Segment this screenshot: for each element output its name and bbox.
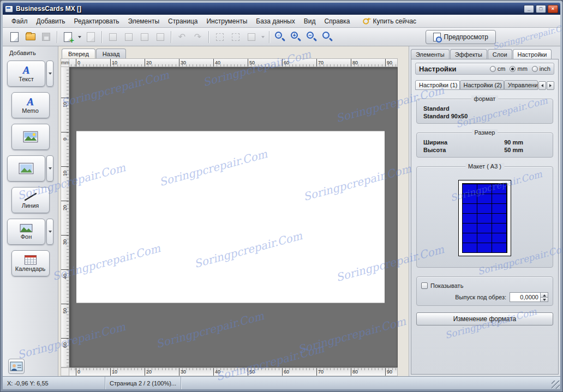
- unit-label-mm[interactable]: mm: [517, 65, 527, 72]
- add-line-button[interactable]: Линия: [11, 187, 50, 213]
- ruler-tick: 10: [61, 98, 69, 132]
- toolbar-separator: [208, 31, 209, 43]
- card-preview-button[interactable]: [8, 359, 25, 374]
- align-button[interactable]: [244, 29, 259, 44]
- select-mode-button[interactable]: [212, 29, 227, 44]
- change-format-button[interactable]: Изменение формата: [416, 312, 553, 325]
- tab-front[interactable]: Вперед: [62, 49, 95, 58]
- ruler-tick: 20: [145, 59, 179, 67]
- close-button[interactable]: ×: [548, 5, 558, 13]
- bleed-spinbox: 0,0000: [510, 292, 548, 302]
- preview-button-label: Предпросмотр: [444, 33, 488, 41]
- settings-title: Настройки: [419, 65, 486, 73]
- tab-layers[interactable]: Слои: [488, 49, 512, 59]
- right-panel: Элементы Эффекты Слои Настройки Настройк…: [409, 46, 560, 376]
- subtab-settings-1[interactable]: Настройки (1): [415, 80, 460, 90]
- unit-label-inch[interactable]: inch: [540, 65, 550, 72]
- subtab-scroll-left-button[interactable]: [538, 81, 546, 90]
- left-panel-title: Добавить: [9, 50, 36, 56]
- resize-grip[interactable]: [552, 381, 560, 389]
- format-name: Standard: [421, 105, 548, 112]
- align-dropdown[interactable]: [260, 29, 266, 44]
- add-text-button[interactable]: A Текст: [7, 61, 45, 87]
- menu-item[interactable]: Инструменты: [202, 16, 251, 27]
- toolbar-separator: [101, 31, 102, 43]
- cursor-coordinates: X: -0,96 Y: 6,55: [3, 377, 105, 389]
- layout-group-title: Макет ( A3 ): [465, 163, 504, 170]
- menu-item[interactable]: База данных: [251, 16, 299, 27]
- minimize-button[interactable]: _: [524, 5, 534, 13]
- add-object-button[interactable]: [61, 29, 75, 44]
- subtab-settings-2[interactable]: Настройки (2): [460, 80, 505, 90]
- menu-item[interactable]: Добавить: [32, 16, 70, 27]
- maximize-button[interactable]: □: [536, 5, 546, 13]
- menu-item[interactable]: Элементы: [123, 16, 164, 27]
- tab-settings[interactable]: Настройки: [513, 49, 552, 59]
- layout-group: Макет ( A3 ): [416, 166, 553, 268]
- copy-button[interactable]: [105, 29, 120, 44]
- preview-button[interactable]: Предпросмотр: [426, 30, 496, 44]
- bleed-spin-down-button[interactable]: [540, 298, 548, 303]
- height-value: 50 mm: [504, 147, 523, 153]
- ruler-tick: 50: [248, 59, 282, 67]
- unit-radio-inch[interactable]: [532, 66, 538, 72]
- add-image-button[interactable]: [11, 124, 50, 150]
- subtab-scroll-right-button[interactable]: [547, 81, 554, 90]
- ruler-tick: 30: [179, 59, 213, 67]
- add-text-label: Текст: [19, 76, 34, 82]
- add-picture-button[interactable]: [7, 155, 45, 182]
- menu-item[interactable]: Справка: [320, 16, 354, 27]
- save-button[interactable]: [39, 29, 53, 44]
- add-calendar-button[interactable]: Календарь: [11, 250, 50, 276]
- bleed-value-input[interactable]: 0,0000: [510, 292, 540, 302]
- toolbar: ↶ ↷ ▫ + − Предпросмотр: [3, 28, 560, 46]
- unit-radio-mm[interactable]: [510, 66, 516, 72]
- tab-elements[interactable]: Элементы: [411, 49, 450, 59]
- card-canvas[interactable]: [76, 131, 385, 303]
- zoom-in-button[interactable]: +: [289, 29, 303, 44]
- undo-button[interactable]: ↶: [175, 29, 189, 44]
- image-icon: [23, 131, 38, 143]
- tab-back[interactable]: Назад: [96, 49, 127, 58]
- menu-item[interactable]: Файл: [7, 16, 32, 27]
- ruler-tick: 30: [61, 235, 69, 269]
- new-document-button[interactable]: [7, 29, 22, 44]
- ruler-tick: 80: [351, 59, 385, 67]
- buy-now-menu-item[interactable]: Купить сейчас: [370, 16, 421, 27]
- zoom-actual-button[interactable]: [320, 29, 335, 44]
- tab-effects[interactable]: Эффекты: [450, 49, 487, 59]
- size-group-title: Размер: [472, 129, 498, 136]
- add-background-dropdown[interactable]: [46, 219, 53, 245]
- add-memo-label: Memo: [22, 107, 39, 114]
- duplicate-button[interactable]: [83, 29, 98, 44]
- zoom-out-button[interactable]: −: [304, 29, 319, 44]
- add-text-dropdown[interactable]: [46, 61, 53, 87]
- menu-item[interactable]: Вид: [300, 16, 320, 27]
- ruler-tick: 70: [316, 368, 351, 376]
- align-icon: [248, 33, 255, 41]
- page-status: Страница 2 / 2 (100%)...: [105, 377, 181, 389]
- clone-button[interactable]: [137, 29, 152, 44]
- delete-button[interactable]: [153, 29, 167, 44]
- add-memo-button[interactable]: A Memo: [11, 92, 50, 118]
- unit-radio-cm[interactable]: [490, 66, 496, 72]
- zoom-fit-button[interactable]: ▫: [273, 29, 288, 44]
- subtab-management[interactable]: Управлени: [504, 80, 538, 90]
- add-picture-dropdown[interactable]: [46, 155, 53, 182]
- redo-button[interactable]: ↷: [190, 29, 205, 44]
- menu-item[interactable]: Редактировать: [70, 16, 124, 27]
- height-label: Высота: [423, 147, 446, 153]
- show-checkbox[interactable]: [421, 282, 428, 289]
- show-checkbox-label[interactable]: Показывать: [430, 282, 463, 289]
- transform-button[interactable]: [228, 29, 243, 44]
- ruler-tick: 70: [316, 59, 351, 67]
- add-background-button[interactable]: Фон: [7, 219, 45, 245]
- add-object-dropdown[interactable]: [76, 29, 82, 44]
- paste-button[interactable]: [121, 29, 136, 44]
- menu-item[interactable]: Страница: [164, 16, 202, 27]
- bleed-spin-up-button[interactable]: [540, 292, 548, 298]
- open-button[interactable]: [23, 29, 38, 44]
- unit-label-cm[interactable]: cm: [498, 65, 506, 72]
- open-folder-icon: [26, 33, 35, 40]
- work-area[interactable]: [69, 67, 398, 367]
